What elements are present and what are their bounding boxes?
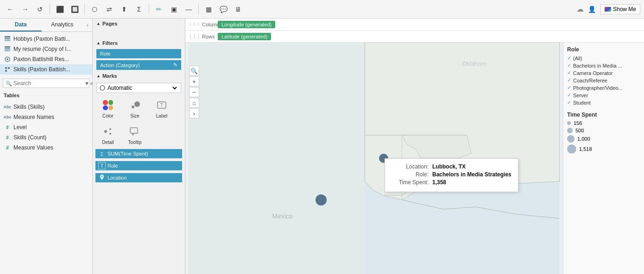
marks-icons-row2: Detail Tooltip [93, 121, 185, 148]
data-source-resume[interactable]: My resume (Copy of I... [0, 44, 92, 54]
size-label-156: 156 [574, 120, 582, 126]
data-point-2[interactable] [316, 194, 327, 206]
size-legend: 156 500 1,000 1,518 [567, 120, 640, 154]
map-tooltip: Location: Lubbock, TX Role: Bachelors in… [385, 158, 518, 192]
legend-panel: Role ✓ (All) ✓ Bachelors in Media ... ✓ … [563, 43, 644, 274]
undo-button[interactable]: ⬛ [53, 3, 66, 16]
legend-item-server[interactable]: ✓ Server [567, 92, 640, 98]
forward-button[interactable]: → [19, 3, 32, 16]
rows-latitude-pill[interactable]: Latitude (generated) [218, 33, 271, 40]
show-me-button[interactable]: Show Me [600, 4, 640, 14]
svg-rect-0 [5, 36, 10, 37]
bar-chart-button[interactable]: ▦ [202, 3, 215, 16]
redo-button[interactable]: 🔲 [68, 3, 81, 16]
pages-section-header[interactable]: ▲ Pages [93, 19, 185, 29]
tooltip-role-row: Role: Bachelors in Media Strategies [391, 171, 511, 178]
filter-role-label: Role [100, 51, 111, 56]
svg-point-7 [6, 58, 8, 60]
data-source-paxton[interactable]: Paxton Battishill Res... [0, 54, 92, 64]
search-box: 🔍 ▼ ≡ [3, 79, 89, 88]
filter-action-category[interactable]: Action (Category) ✎ [96, 60, 181, 70]
legend-item-camera[interactable]: ✓ Camera Operator [567, 70, 640, 76]
reload-button[interactable]: ↺ [33, 3, 46, 16]
legend-separator [567, 107, 640, 112]
columns-longitude-pill[interactable]: Longitude (generated) [218, 21, 275, 28]
field-level-label: Level [13, 124, 27, 131]
shelf-location[interactable]: Location [95, 173, 182, 182]
chart-type-button[interactable]: — [182, 3, 195, 16]
filter-action-label: Action (Category) [100, 62, 140, 68]
canvas-container: Map [185, 43, 644, 274]
tab-data[interactable]: Data [0, 19, 42, 31]
marks-section-header[interactable]: ▲ Marks [93, 71, 185, 81]
field-measure-names[interactable]: Abc Measure Names [0, 112, 92, 122]
marks-type-selector[interactable]: Automatic Bar Line Area Circle Square Sh… [96, 83, 181, 93]
marks-type-dropdown[interactable]: Automatic Bar Line Area Circle Square Sh… [106, 84, 178, 92]
shelf-role-label: Role [107, 163, 118, 168]
separator-3 [149, 4, 149, 15]
check-photographer: ✓ [567, 85, 571, 91]
sum-button[interactable]: Σ [133, 3, 145, 16]
map-search-button[interactable]: 🔍 [189, 66, 199, 76]
legend-item-all[interactable]: ✓ (All) [567, 55, 640, 61]
tooltip-role-val: Bachelors in Media Strategies [432, 171, 511, 178]
marks-tooltip-button[interactable]: Tooltip [123, 124, 146, 145]
device-button[interactable]: 🖥 [232, 3, 245, 16]
check-bachelors: ✓ [567, 62, 571, 68]
detail-icon [101, 124, 115, 139]
data-source-hobbys-label: Hobbys (Paxton Batti... [13, 36, 70, 42]
main-layout: Data Analytics › Hobbys (Paxton Batti...… [0, 19, 644, 274]
map-zoom-out-button[interactable]: − [189, 87, 199, 97]
search-icon: 🔍 [6, 81, 12, 87]
data-source-hobbys[interactable]: Hobbys (Paxton Batti... [0, 34, 92, 44]
map-pan-button[interactable]: › [189, 108, 199, 118]
text-icon: T [98, 162, 106, 169]
columns-shelf: ⋮⋮⋮ Columns Longitude (generated) [185, 19, 644, 31]
field-measure-values[interactable]: # Measure Values [0, 143, 92, 153]
field-skills-count[interactable]: # Skills (Count) [0, 132, 92, 143]
back-button[interactable]: ← [4, 3, 17, 16]
size-dot-156 [567, 121, 571, 125]
tooltip-button[interactable]: 💬 [217, 3, 230, 16]
map-home-button[interactable]: ⌂ [189, 98, 199, 108]
data-source-button[interactable]: ⬡ [88, 3, 101, 16]
filter-role[interactable]: Role [96, 49, 181, 58]
legend-item-bachelors[interactable]: ✓ Bachelors in Media ... [567, 62, 640, 68]
check-server: ✓ [567, 92, 571, 98]
highlight-button[interactable]: ✏ [152, 3, 165, 16]
marks-color-button[interactable]: Color [96, 98, 120, 118]
field-level[interactable]: # Level [0, 122, 92, 132]
map-zoom-in-button[interactable]: + [189, 76, 199, 87]
sort-asc-button[interactable]: ⬆ [118, 3, 131, 16]
abc-icon-measure-names: Abc [4, 113, 11, 121]
legend-photographer-label: Photographer/Video... [573, 85, 623, 91]
rows-shelf: ⋮⋮⋮ Rows Latitude (generated) [185, 31, 644, 43]
legend-item-photographer[interactable]: ✓ Photographer/Video... [567, 85, 640, 91]
table-icon-hobbys [4, 35, 11, 43]
shelf-role[interactable]: T Role [95, 161, 182, 170]
format-button[interactable]: ▣ [167, 3, 180, 16]
marks-label-button[interactable]: T Label [150, 98, 173, 118]
search-input[interactable] [13, 80, 83, 87]
swap-button[interactable]: ⇄ [103, 3, 116, 16]
filter-icon[interactable]: ▼ [84, 81, 89, 86]
user-icon-button[interactable]: 👤 [586, 3, 599, 16]
legend-item-student[interactable]: ✓ Student [567, 100, 640, 106]
marks-detail-button[interactable]: Detail [96, 124, 120, 145]
filters-section-header[interactable]: ▲ Filters [93, 38, 185, 48]
field-skills-skills[interactable]: Abc Skills (Skills) [0, 102, 92, 112]
filter-edit-icon[interactable]: ✎ [173, 62, 177, 68]
svg-point-21 [101, 176, 103, 177]
data-source-skills[interactable]: Skills (Paxton Battish... [0, 64, 92, 75]
svg-rect-4 [5, 48, 10, 50]
role-legend-title: Role [567, 46, 640, 53]
sum-icon: ∑ [98, 150, 106, 157]
svg-rect-1 [5, 38, 10, 39]
legend-item-coach[interactable]: ✓ Coach/Referee [567, 77, 640, 83]
tab-analytics[interactable]: Analytics [42, 19, 83, 31]
svg-point-12 [100, 86, 105, 90]
toolbar: ← → ↺ ⬛ 🔲 ⬡ ⇄ ⬆ Σ ✏ ▣ — ▦ 💬 🖥 ☁ 👤 Show M… [0, 0, 644, 19]
panel-collapse-arrow[interactable]: › [83, 19, 92, 31]
marks-size-button[interactable]: Size [123, 98, 146, 118]
shelf-sum-time[interactable]: ∑ SUM(Time Spent) [95, 149, 182, 158]
